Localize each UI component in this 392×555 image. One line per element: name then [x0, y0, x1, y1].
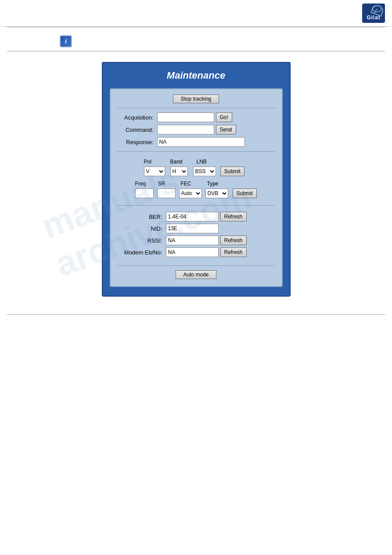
- maintenance-inner: Stop tracking Acquisition: Go! Command: …: [110, 88, 283, 287]
- nid-label: NID:: [118, 225, 166, 232]
- pol-select[interactable]: V H: [144, 167, 165, 176]
- fec-select[interactable]: Auto 1/2 2/3 3/4 5/6 7/8: [179, 189, 202, 198]
- pbl-section: Pol Band LNB V H H V L BSS: [118, 156, 275, 179]
- stop-tracking-row: Stop tracking: [118, 94, 275, 103]
- rssi-refresh-button[interactable]: Refresh: [220, 236, 247, 245]
- band-select[interactable]: H V L: [170, 167, 188, 176]
- sr-input[interactable]: [157, 189, 176, 198]
- main-content: Maintenance Stop tracking Acquisition: G…: [0, 62, 392, 297]
- submit2-button[interactable]: Submit: [233, 189, 257, 198]
- command-row: Command: Send: [118, 125, 275, 134]
- fec-header: FEC: [181, 181, 207, 187]
- acquisition-label: Acquisition:: [118, 114, 157, 121]
- send-button[interactable]: Send: [216, 125, 236, 134]
- freq-input[interactable]: [135, 189, 154, 198]
- maintenance-title: Maintenance: [110, 70, 283, 81]
- auto-mode-button[interactable]: Auto mode: [176, 270, 216, 279]
- footer-divider: [7, 314, 385, 315]
- type-header: Type: [207, 181, 238, 187]
- modem-refresh-button[interactable]: Refresh: [220, 247, 247, 257]
- divider-1: [118, 108, 275, 108]
- maintenance-panel: Maintenance Stop tracking Acquisition: G…: [102, 62, 291, 297]
- svg-point-0: [372, 5, 382, 13]
- auto-mode-row: Auto mode: [118, 270, 275, 279]
- nid-row: NID:: [118, 224, 275, 233]
- nid-value: [166, 224, 219, 233]
- svg-line-1: [374, 9, 377, 14]
- modem-value: [166, 247, 219, 257]
- ber-row: BER: Refresh: [118, 212, 275, 221]
- command-label: Command:: [118, 127, 157, 133]
- divider-4: [118, 265, 275, 266]
- submit1-button[interactable]: Submit: [220, 167, 245, 176]
- rssi-label: RSSI:: [118, 237, 166, 244]
- stop-tracking-button[interactable]: Stop tracking: [173, 94, 219, 103]
- fsft-headers: Freq SR FEC Type: [135, 181, 275, 187]
- pol-header: Pol: [144, 159, 170, 165]
- lnb-header: LNB: [197, 159, 232, 165]
- metrics-section: BER: Refresh NID: RSSI: Refresh M: [118, 210, 275, 261]
- header: Gilat: [0, 0, 392, 27]
- lnb-select[interactable]: BSS DBS FSS: [193, 167, 216, 176]
- acquisition-row: Acquisition: Go!: [118, 112, 275, 122]
- fsft-section: Freq SR FEC Type Auto 1/2 2/3 3/4 5/6 7/…: [118, 179, 275, 201]
- info-section: i: [7, 27, 385, 51]
- pbl-controls: V H H V L BSS DBS FSS Submit: [144, 167, 275, 176]
- type-select[interactable]: DVB DSS: [205, 189, 228, 198]
- modem-row: Modem Eb/No: Refresh: [118, 247, 275, 257]
- logo: Gilat: [362, 4, 385, 23]
- ber-refresh-button[interactable]: Refresh: [220, 212, 247, 221]
- ber-value: [166, 212, 219, 221]
- info-icon: i: [60, 35, 72, 47]
- freq-header: Freq: [135, 181, 158, 187]
- modem-label: Modem Eb/No:: [118, 249, 166, 256]
- divider-2: [118, 151, 275, 152]
- response-row: Response:: [118, 137, 275, 147]
- band-header: Band: [170, 159, 197, 165]
- sr-header: SR: [158, 181, 181, 187]
- divider-3: [118, 205, 275, 206]
- acquisition-input[interactable]: [157, 112, 214, 122]
- logo-text: Gilat: [367, 15, 381, 21]
- response-label: Response:: [118, 139, 157, 145]
- rssi-row: RSSI: Refresh: [118, 236, 275, 245]
- rssi-value: [166, 236, 219, 245]
- pbl-headers: Pol Band LNB: [144, 159, 275, 165]
- response-value: [157, 137, 245, 147]
- ber-label: BER:: [118, 214, 166, 220]
- go-button[interactable]: Go!: [216, 112, 232, 122]
- fsft-controls: Auto 1/2 2/3 3/4 5/6 7/8 DVB DSS Submit: [135, 189, 275, 198]
- command-input[interactable]: [157, 125, 214, 134]
